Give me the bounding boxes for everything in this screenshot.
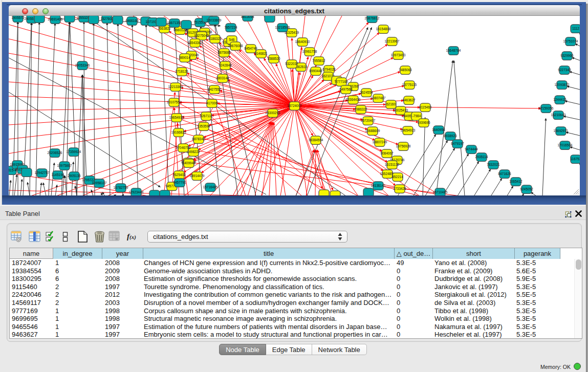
svg-text:15720407: 15720407 — [361, 119, 376, 122]
svg-text:852214: 852214 — [392, 175, 403, 179]
svg-text:7625402: 7625402 — [172, 173, 186, 177]
svg-text:16033809: 16033809 — [207, 18, 222, 22]
svg-text:9463627: 9463627 — [402, 98, 416, 102]
svg-text:10807487: 10807487 — [371, 96, 386, 100]
svg-text:19166825: 19166825 — [171, 130, 186, 134]
svg-text:12923448: 12923448 — [129, 190, 144, 194]
svg-text:3267110: 3267110 — [200, 114, 213, 118]
svg-text:9777169: 9777169 — [335, 80, 348, 83]
svg-text:16154808: 16154808 — [376, 27, 391, 31]
svg-text:9329966: 9329966 — [560, 54, 574, 57]
svg-text:10961758: 10961758 — [302, 50, 317, 53]
svg-text:17016504: 17016504 — [558, 143, 573, 147]
svg-text:20206526: 20206526 — [48, 151, 62, 155]
svg-text:23300293: 23300293 — [266, 111, 280, 115]
svg-text:15716485: 15716485 — [203, 185, 218, 189]
svg-text:7857224: 7857224 — [224, 26, 237, 29]
svg-text:7955812: 7955812 — [312, 59, 325, 62]
svg-text:8813054: 8813054 — [241, 16, 254, 18]
svg-text:6466160: 6466160 — [125, 19, 139, 23]
svg-text:19756928: 19756928 — [396, 144, 411, 148]
svg-text:7832021: 7832021 — [487, 163, 500, 166]
svg-text:1353594: 1353594 — [197, 124, 210, 128]
svg-text:1588520: 1588520 — [267, 57, 280, 60]
svg-text:3624554: 3624554 — [360, 91, 373, 94]
svg-text:1065412: 1065412 — [509, 180, 522, 183]
svg-text:82159356: 82159356 — [539, 106, 554, 110]
svg-text:12942757: 12942757 — [35, 171, 50, 174]
svg-text:16151132: 16151132 — [385, 163, 400, 166]
svg-text:16671355: 16671355 — [167, 21, 182, 25]
svg-text:19654923: 19654923 — [401, 128, 416, 132]
svg-text:13218506: 13218506 — [275, 26, 290, 29]
svg-text:12213967: 12213967 — [385, 39, 400, 43]
svg-text:9457791: 9457791 — [173, 181, 186, 184]
svg-text:1905572: 1905572 — [11, 16, 25, 19]
svg-text:20876812: 20876812 — [365, 16, 380, 20]
svg-text:2803144: 2803144 — [216, 76, 229, 80]
svg-text:62160: 62160 — [386, 102, 396, 106]
svg-text:9146821: 9146821 — [254, 52, 268, 55]
svg-text:1939695: 1939695 — [417, 121, 430, 124]
svg-text:8471626: 8471626 — [498, 172, 511, 176]
svg-text:116753: 116753 — [570, 157, 580, 161]
svg-text:7986322: 7986322 — [354, 107, 367, 111]
svg-text:-7984: -7984 — [412, 114, 421, 118]
svg-text:18807249: 18807249 — [373, 140, 387, 144]
svg-text:1733426: 1733426 — [393, 187, 406, 190]
svg-text:5322037: 5322037 — [285, 62, 298, 65]
svg-text:16543362: 16543362 — [188, 41, 203, 45]
svg-text:20691406: 20691406 — [48, 17, 63, 21]
svg-text:1145194: 1145194 — [52, 173, 64, 177]
svg-text:1112: 1112 — [572, 27, 579, 30]
svg-text:417006: 417006 — [206, 101, 217, 105]
svg-text:2935114: 2935114 — [475, 155, 488, 159]
svg-text:10973493: 10973493 — [391, 53, 406, 57]
svg-text:16782759: 16782759 — [114, 186, 128, 189]
svg-text:18640910: 18640910 — [295, 40, 310, 43]
svg-text:10025433: 10025433 — [394, 108, 408, 112]
svg-text:14136141: 14136141 — [371, 184, 386, 187]
svg-text:19654935: 19654935 — [169, 116, 184, 119]
svg-text:6794028: 6794028 — [322, 68, 336, 71]
svg-text:7485063: 7485063 — [399, 68, 412, 72]
svg-text:18724007: 18724007 — [287, 104, 302, 107]
svg-text:17359924: 17359924 — [67, 150, 81, 154]
svg-text:10107553: 10107553 — [167, 100, 182, 104]
svg-text:1409948: 1409948 — [182, 161, 195, 165]
svg-text:9227343: 9227343 — [558, 68, 571, 72]
svg-text:9115460: 9115460 — [419, 105, 432, 109]
svg-text:9242848: 9242848 — [219, 63, 232, 67]
svg-text:2718126: 2718126 — [175, 70, 188, 73]
svg-text:13775115: 13775115 — [402, 83, 417, 86]
svg-text:1527602: 1527602 — [100, 17, 114, 20]
svg-text:8454749: 8454749 — [244, 47, 257, 50]
svg-text:12093872: 12093872 — [555, 83, 570, 86]
svg-text:9084067: 9084067 — [380, 151, 394, 155]
svg-text:8878342: 8878342 — [192, 137, 205, 141]
svg-text:2905135: 2905135 — [68, 174, 81, 178]
svg-text:18914479: 18914479 — [190, 174, 205, 178]
svg-text:9474444: 9474444 — [465, 147, 478, 151]
svg-text:12213369: 12213369 — [168, 85, 183, 89]
svg-text:29676088: 29676088 — [228, 44, 243, 48]
svg-text:15751074: 15751074 — [563, 39, 578, 43]
svg-text:1640954: 1640954 — [432, 128, 445, 132]
svg-text:16210643: 16210643 — [551, 113, 566, 117]
svg-text:15710485: 15710485 — [433, 190, 448, 194]
svg-text:10688609: 10688609 — [365, 129, 380, 133]
svg-text:6497568: 6497568 — [339, 87, 353, 91]
svg-text:9245052: 9245052 — [520, 187, 533, 191]
svg-text:7663822: 7663822 — [158, 27, 171, 30]
svg-text:10975867: 10975867 — [57, 164, 72, 167]
svg-text:17046756: 17046756 — [176, 146, 191, 149]
svg-text:8938923: 8938923 — [444, 134, 457, 138]
svg-text:93275045: 93275045 — [194, 34, 209, 37]
svg-text:19384554: 19384554 — [309, 138, 323, 142]
svg-text:29053346: 29053346 — [75, 63, 90, 67]
svg-text:1498222: 1498222 — [187, 150, 200, 154]
svg-text:10958107: 10958107 — [92, 181, 107, 185]
svg-text:8990448: 8990448 — [309, 69, 322, 73]
svg-text:15692971: 15692971 — [554, 129, 569, 133]
svg-text:3875685: 3875685 — [217, 51, 231, 54]
